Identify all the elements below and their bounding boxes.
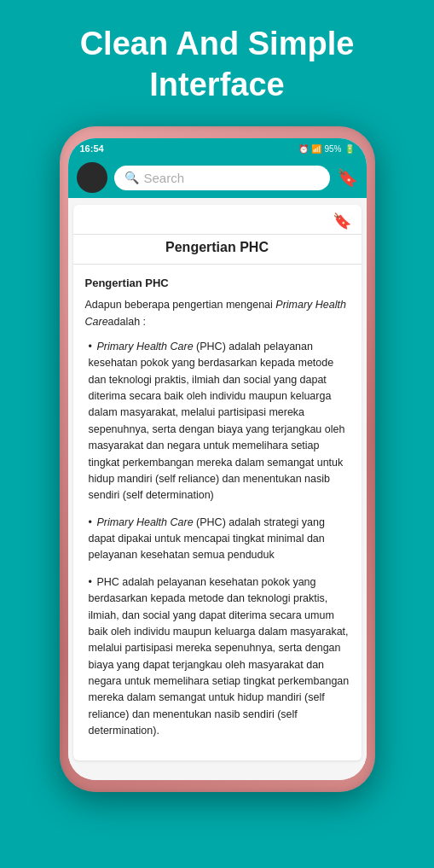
card-intro: Adapun beberapa pengertian mengenai Prim… <box>85 297 350 330</box>
intro-text-prefix: Adapun beberapa pengertian mengenai <box>85 299 276 311</box>
card-bookmark-icon[interactable]: 🔖 <box>333 212 351 230</box>
bullet3-normal: PHC adalah pelayanan kesehatan pokok yan… <box>89 576 350 737</box>
bullet1-italic: Primary Health Care <box>96 341 193 352</box>
card-section-title: Pengertian PHC <box>85 275 350 292</box>
search-placeholder: Search <box>144 171 185 185</box>
card-header: 🔖 <box>73 205 362 235</box>
status-bar: 16:54 ⏰ 📶 95% 🔋 <box>68 138 367 157</box>
search-icon: 🔍 <box>124 171 139 184</box>
phone-mockup: 16:54 ⏰ 📶 95% 🔋 🔍 Search 🔖 <box>60 126 375 792</box>
intro-suffix: adalah : <box>108 316 146 328</box>
header-line2: Interface <box>149 67 284 102</box>
bookmark-icon[interactable]: 🔖 <box>337 167 358 188</box>
header-line1: Clean And Simple <box>80 26 355 61</box>
status-time: 16:54 <box>80 143 104 154</box>
top-nav-bar: 🔍 Search 🔖 <box>68 157 367 198</box>
battery-icon: 🔋 <box>344 144 355 154</box>
page-header: Clean And Simple Interface <box>46 0 389 122</box>
card-pengertian-phc: 🔖 Pengertian PHC Pengertian PHC Adapun b… <box>73 205 362 760</box>
card-body: Pengertian PHC Adapun beberapa pengertia… <box>73 265 362 760</box>
bullet1-normal: (PHC) adalah pelayanan kesehatan pokok y… <box>89 341 345 501</box>
card-title: Pengertian PHC <box>73 235 362 265</box>
phone-body: 16:54 ⏰ 📶 95% 🔋 🔍 Search 🔖 <box>60 126 375 792</box>
avatar[interactable] <box>77 162 107 193</box>
phone-screen: 16:54 ⏰ 📶 95% 🔋 🔍 Search 🔖 <box>68 138 367 780</box>
alarm-icon: ⏰ <box>298 144 309 154</box>
battery-text: 95% <box>324 144 341 154</box>
bullet-item-2: Primary Health Care (PHC) adalah strateg… <box>85 515 350 564</box>
bullet-item-3: PHC adalah pelayanan kesehatan pokok yan… <box>85 574 350 740</box>
content-area: 🔖 Pengertian PHC Pengertian PHC Adapun b… <box>68 198 367 780</box>
bullet2-italic: Primary Health Care <box>96 516 193 528</box>
bullet-item-1: Primary Health Care (PHC) adalah pelayan… <box>85 339 350 504</box>
search-box[interactable]: 🔍 Search <box>114 166 330 190</box>
signal-icon: 📶 <box>311 144 321 154</box>
status-right: ⏰ 📶 95% 🔋 <box>298 144 354 154</box>
